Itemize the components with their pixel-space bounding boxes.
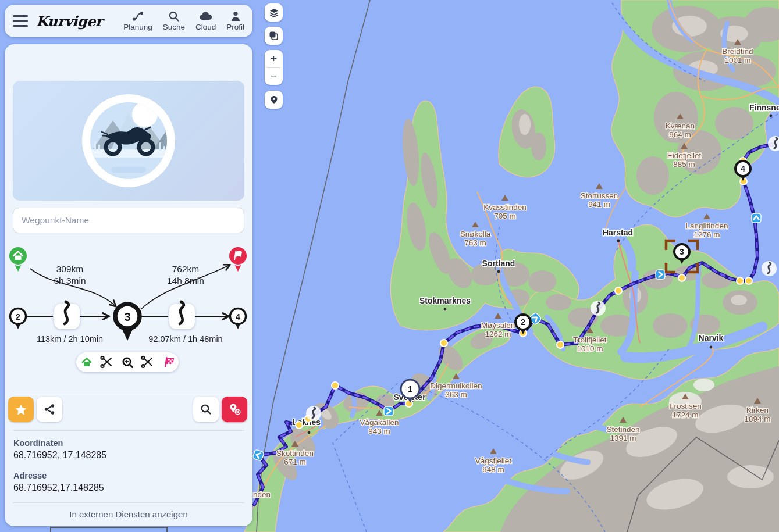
- search-waypoint-button[interactable]: [193, 397, 219, 422]
- map-peak-label: Langlitinden: [686, 222, 728, 230]
- locate-button[interactable]: [265, 91, 283, 109]
- zoom-in-button[interactable]: +: [265, 50, 283, 67]
- coordinates-block: Koordinaten 68.716952, 17.148285: [13, 438, 106, 460]
- shaping-segment-icon[interactable]: [169, 302, 195, 329]
- overlays-icon: [269, 31, 279, 41]
- route-direction-arrow: [384, 406, 393, 416]
- shaping-point-marker[interactable]: [737, 277, 744, 284]
- shaping-segment-icon[interactable]: [54, 302, 80, 329]
- leg-after-label: 92.07km / 1h 48min: [148, 334, 222, 344]
- nav-cloud[interactable]: Cloud: [195, 10, 216, 31]
- map-peak-elevation: 964 m: [669, 130, 691, 139]
- address-label: Adresse: [13, 471, 104, 480]
- map-peak-label: Kvasstinden: [483, 203, 527, 212]
- favorite-button[interactable]: [8, 397, 34, 422]
- zoom-out-button[interactable]: −: [265, 68, 283, 85]
- share-icon: [44, 404, 55, 415]
- external-services-link[interactable]: In externen Diensten anzeigen: [5, 509, 252, 519]
- town-dot: [444, 308, 447, 311]
- map-peak-elevation: 1001 m: [724, 56, 750, 65]
- town-dot: [710, 346, 713, 349]
- map-peak-label: Vågakallen: [360, 418, 399, 427]
- cloud-icon: [199, 10, 213, 22]
- start-home-pin: [9, 247, 27, 272]
- svg-text:2: 2: [521, 317, 525, 327]
- shaping-point-marker[interactable]: [332, 382, 339, 389]
- layers-button[interactable]: [265, 3, 283, 22]
- route-icon: [131, 10, 144, 22]
- menu-button[interactable]: [13, 13, 28, 28]
- svg-text:3: 3: [680, 247, 684, 256]
- waypoint-2-number: 2: [16, 312, 20, 322]
- waypoint-panel: Wegpunkt: [5, 44, 252, 526]
- route-diagram: 309km 6h 3min 762km 14h 8min 2 3: [5, 238, 252, 385]
- map-peak-elevation: 885 m: [673, 160, 695, 169]
- shaping-point-marker[interactable]: [678, 274, 685, 281]
- map-peak-label: Kirken: [746, 406, 769, 415]
- map-peak-elevation: 941 m: [588, 200, 610, 209]
- shaping-point-marker[interactable]: [405, 400, 412, 407]
- locate-icon: [270, 95, 278, 105]
- route-direction-arrow: [752, 213, 761, 223]
- via-route-icon[interactable]: [591, 301, 606, 316]
- layers-icon: [269, 8, 279, 18]
- map-peak-label: Kvænan: [666, 122, 695, 130]
- header-nav: Planung Suche Cloud Profi: [123, 10, 244, 31]
- map-peak-label: Breidtind: [722, 47, 753, 56]
- app-logo[interactable]: Kurviger: [36, 13, 102, 30]
- shaping-point-marker[interactable]: [440, 340, 447, 347]
- divider: [13, 502, 244, 503]
- map-peak-elevation: 943 m: [368, 427, 390, 435]
- map-town-label: Finnsnes: [749, 103, 779, 112]
- arrow-to-current: [30, 269, 115, 306]
- nav-planung[interactable]: Planung: [123, 10, 152, 31]
- map-peak-label: Frostisen: [669, 402, 702, 410]
- via-route-icon[interactable]: [762, 261, 777, 276]
- overlays-button[interactable]: [265, 27, 283, 45]
- coordinates-label: Koordinaten: [13, 438, 106, 448]
- shaping-point-marker[interactable]: [745, 277, 752, 284]
- map-peak-label: Vågsfjellet: [475, 456, 512, 465]
- map-peak-elevation: 1391 m: [610, 434, 636, 442]
- share-button[interactable]: [37, 397, 62, 422]
- nav-planung-label: Planung: [123, 23, 152, 31]
- next-leg-duration: 14h 8min: [167, 276, 204, 285]
- delete-waypoint-icon: [227, 403, 241, 416]
- map-peak-elevation: 1010 m: [577, 344, 603, 353]
- map-peak-label: nden: [253, 490, 271, 499]
- waypoint-4-number: 4: [236, 312, 240, 322]
- prev-leg-distance: 309km: [56, 264, 84, 274]
- favorite-star-icon: [15, 404, 27, 416]
- shaping-point-marker[interactable]: [615, 287, 622, 294]
- via-route-icon[interactable]: [306, 406, 321, 421]
- coordinates-value: 68.716952, 17.148285: [13, 450, 106, 460]
- waypoint-image: [13, 81, 244, 201]
- map-peak-elevation: 763 m: [464, 238, 486, 247]
- waypoint-action-bar: [76, 352, 179, 372]
- profile-icon: [230, 10, 241, 22]
- app-window: Breidtind1001 mKvænan964 mEidefjellet885…: [0, 0, 779, 532]
- waypoint-name-input[interactable]: [13, 208, 244, 233]
- app-header: Kurviger Planung Suche: [5, 5, 252, 37]
- map-peak-elevation: 363 m: [445, 390, 467, 399]
- delete-waypoint-button[interactable]: [222, 397, 247, 422]
- nav-profil-label: Profil: [226, 23, 244, 31]
- nav-suche[interactable]: Suche: [163, 10, 185, 31]
- shaping-point-marker[interactable]: [557, 341, 564, 348]
- map-peak-label: Stetinden: [606, 425, 639, 434]
- search-icon: [168, 10, 180, 22]
- map-town-label: Harstad: [603, 228, 633, 237]
- svg-text:4: 4: [741, 164, 745, 173]
- waypoint-3-number: 3: [124, 310, 131, 323]
- nav-profil[interactable]: Profil: [226, 10, 244, 31]
- map-peak-label: Snøkolla: [460, 230, 491, 238]
- route-direction-arrow: [656, 270, 665, 279]
- town-dot: [497, 270, 500, 273]
- shaping-point-marker[interactable]: [296, 422, 303, 429]
- town-dot: [617, 240, 620, 242]
- waypoint-toolbar: [5, 397, 252, 423]
- divider: [13, 391, 244, 391]
- prev-leg-duration: 6h 3min: [54, 276, 86, 285]
- map-town-label: Stokmarknes: [419, 296, 471, 305]
- nav-cloud-label: Cloud: [195, 23, 216, 31]
